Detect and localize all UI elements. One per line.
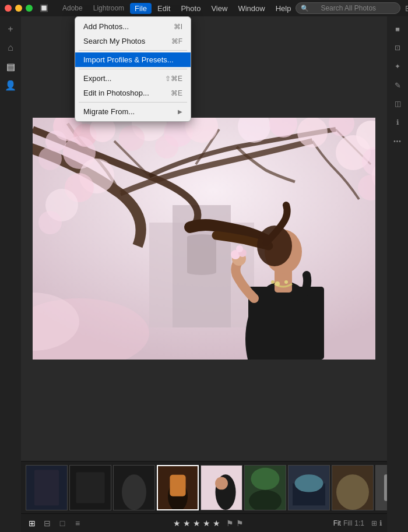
menu-export-shortcut: ⇧⌘E — [165, 75, 182, 83]
file-menu: Add Photos... ⌘I Search My Photos ⌘F Imp… — [75, 16, 191, 122]
menu-import-profiles-label: Import Profiles & Presets... — [83, 55, 174, 64]
menu-separator-1 — [79, 50, 187, 51]
menu-add-photos-shortcut: ⌘I — [174, 23, 182, 31]
menu-edit-photoshop[interactable]: Edit in Photoshop... ⌘E — [75, 86, 191, 100]
menu-search-photos-shortcut: ⌘F — [171, 37, 182, 45]
menu-add-photos-label: Add Photos... — [83, 22, 129, 31]
submenu-arrow-icon: ▶ — [178, 108, 182, 115]
menu-search-photos-label: Search My Photos — [83, 37, 145, 45]
dropdown-overlay[interactable]: Add Photos... ⌘I Search My Photos ⌘F Imp… — [0, 0, 408, 532]
menu-migrate-from[interactable]: Migrate From... ▶ — [75, 104, 191, 119]
menu-export-label: Export... — [83, 74, 111, 83]
menu-add-photos[interactable]: Add Photos... ⌘I — [75, 19, 191, 34]
menu-import-profiles[interactable]: Import Profiles & Presets... — [75, 52, 191, 67]
menu-migrate-from-label: Migrate From... — [83, 107, 135, 116]
menu-edit-photoshop-shortcut: ⌘E — [171, 89, 182, 97]
menu-separator-2 — [79, 69, 187, 69]
menu-edit-photoshop-label: Edit in Photoshop... — [83, 89, 149, 97]
menu-export[interactable]: Export... ⇧⌘E — [75, 71, 191, 86]
menu-separator-3 — [79, 102, 187, 103]
menu-search-photos[interactable]: Search My Photos ⌘F — [75, 34, 191, 48]
